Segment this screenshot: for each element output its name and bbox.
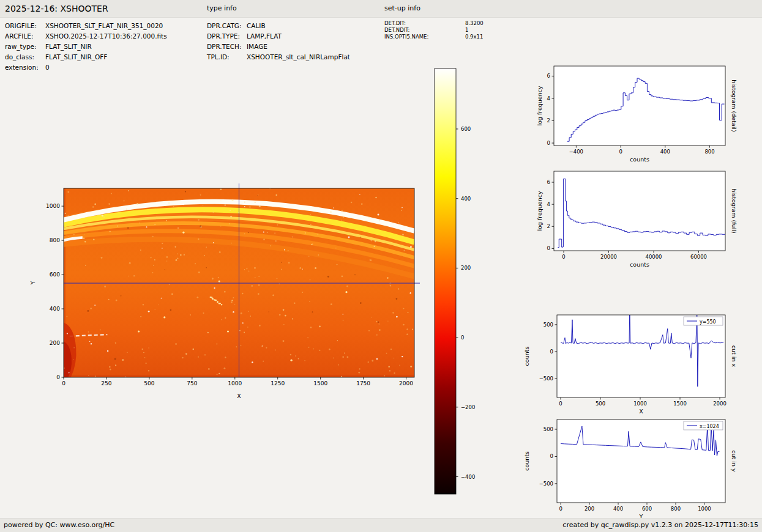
meta-label: DPR.TYPE: — [207, 31, 247, 42]
meta-label: extension: — [5, 62, 45, 73]
x-tick-label: 60000 — [690, 254, 707, 260]
y-tick-label: 0 — [56, 374, 60, 380]
meta-row: DPR.CATG:CALIB — [207, 21, 350, 31]
y-tick-label: 200 — [50, 340, 60, 346]
colorbar-tick-label: −400 — [461, 474, 475, 480]
y-tick-label: 500 — [543, 426, 553, 432]
meta-row: TPL.ID:XSHOOTER_slt_cal_NIRLampFlat — [207, 52, 350, 62]
scratch-speck — [215, 300, 216, 301]
meta-row: raw_type:FLAT_SLIT_NIR — [5, 42, 167, 52]
file-info-block: ORIGFILE:XSHOOTER_SLT_FLAT_NIR_351_0020A… — [5, 21, 167, 73]
y-tick-label: 0 — [550, 349, 553, 355]
x-tick-label: 0 — [562, 254, 565, 260]
x-axis-label: counts — [630, 261, 649, 268]
meta-value: 1 — [465, 27, 468, 34]
meta-label: ARCFILE: — [5, 31, 45, 42]
header-bar: 2025-12-16: XSHOOTER type info set-up in… — [0, 0, 762, 18]
x-tick-label: 2000 — [399, 380, 413, 386]
meta-label: do_class: — [5, 52, 45, 62]
setup-info-heading: set-up info — [384, 0, 420, 17]
x-tick-label: 800 — [704, 149, 714, 155]
meta-value: 8.3200 — [465, 20, 484, 27]
colorbar-tick-label: 600 — [461, 126, 471, 132]
x-tick-label: 1000 — [698, 506, 711, 512]
meta-value: FLAT_SLIT_NIR_OFF — [45, 52, 107, 62]
meta-value: XSHOO.2025-12-17T10:36:27.000.fits — [45, 31, 167, 42]
footer-left-text: powered by QC: www.eso.org/HC — [4, 519, 114, 532]
meta-value: XSHOOTER_SLT_FLAT_NIR_351_0020 — [45, 21, 163, 31]
x-tick-label: 1750 — [356, 380, 370, 386]
legend: y=550 — [684, 317, 723, 325]
x-tick-label: 600 — [642, 506, 652, 512]
y-tick-label: 6 — [547, 73, 550, 79]
x-tick-label: 1500 — [673, 401, 687, 407]
right-side-label: histogram (full) — [731, 188, 738, 233]
y-axis-label: counts — [523, 451, 530, 471]
meta-label: TPL.ID: — [207, 52, 247, 62]
y-tick-label: 2 — [547, 117, 550, 124]
scratch-speck — [210, 297, 211, 298]
meta-label: DPR.CATG: — [207, 21, 247, 31]
cut-y-svg: 02004006008001000−5000500Ycountscut in y… — [519, 410, 752, 530]
meta-value: LAMP,FLAT — [247, 31, 282, 42]
colorbar-svg: 6004002000−200−400 — [431, 61, 474, 501]
legend-label: y=550 — [700, 319, 716, 325]
hist-detail-svg: −40004008000246countslog frequencyhistog… — [516, 56, 752, 172]
meta-row: DET.DIT:8.3200 — [384, 20, 484, 27]
y-axis-label: log frequency — [536, 86, 543, 126]
meta-value: XSHOOTER_slt_cal_NIRLampFlat — [247, 52, 350, 62]
y-tick-label: 0 — [547, 245, 550, 251]
x-tick-label: 500 — [144, 380, 154, 386]
setup-info-block: DET.DIT:8.3200DET.NDIT:1INS.OPTI5.NAME:0… — [384, 20, 484, 40]
x-tick-label: 500 — [596, 401, 605, 407]
meta-row: DET.NDIT:1 — [384, 27, 484, 34]
y-tick-label: 4 — [547, 95, 550, 102]
meta-row: do_class:FLAT_SLIT_NIR_OFF — [5, 52, 167, 62]
x-tick-label: 0 — [619, 149, 622, 155]
meta-row: INS.OPTI5.NAME:0.9x11 — [384, 34, 484, 40]
meta-label: raw_type: — [5, 42, 45, 52]
y-tick-label: 600 — [50, 272, 60, 278]
y-axis-label: counts — [523, 347, 530, 366]
legend-label: x=1024 — [700, 424, 719, 429]
meta-row: ORIGFILE:XSHOOTER_SLT_FLAT_NIR_351_0020 — [5, 21, 167, 31]
y-tick-label: 1000 — [46, 203, 60, 209]
type-info-heading: type info — [207, 0, 237, 17]
y-tick-label: 0 — [550, 453, 553, 459]
y-tick-label: −500 — [539, 375, 553, 382]
meta-value: FLAT_SLIT_NIR — [45, 42, 92, 52]
y-tick-label: −500 — [539, 481, 553, 487]
type-info-block: DPR.CATG:CALIBDPR.TYPE:LAMP,FLATDPR.TECH… — [207, 21, 350, 62]
meta-value: 0.9x11 — [465, 34, 483, 40]
y-tick-label: 6 — [547, 179, 550, 185]
x-tick-label: 400 — [613, 506, 623, 512]
y-tick-label: 400 — [50, 306, 60, 312]
x-tick-label: 40000 — [645, 254, 662, 260]
raw-image-svg: 0250500750100012501500175020000200400600… — [26, 179, 429, 408]
meta-value: IMAGE — [247, 42, 267, 52]
x-tick-label: 1000 — [633, 401, 647, 407]
x-tick-label: 1000 — [228, 380, 242, 386]
colorbar-tick-label: 200 — [461, 265, 471, 271]
meta-row: extension:0 — [5, 62, 167, 73]
y-tick-label: 800 — [50, 237, 60, 243]
footer-bar: powered by QC: www.eso.org/HC created by… — [0, 518, 762, 532]
meta-row: DPR.TECH:IMAGE — [207, 42, 350, 52]
meta-label: DET.NDIT: — [384, 27, 465, 34]
meta-label: DET.DIT: — [384, 20, 465, 27]
meta-row: DPR.TYPE:LAMP,FLAT — [207, 31, 350, 42]
colorbar-gradient — [435, 68, 456, 494]
meta-label: ORIGFILE: — [5, 21, 45, 31]
x-tick-label: 200 — [585, 506, 594, 512]
scratch-speck — [221, 304, 222, 305]
x-axis-label: X — [237, 393, 241, 399]
x-tick-label: 800 — [671, 506, 681, 512]
x-tick-label: 400 — [660, 149, 670, 155]
x-tick-label: 2000 — [713, 401, 727, 407]
x-tick-label: 750 — [187, 380, 197, 386]
scratch-speck — [219, 303, 220, 304]
x-tick-label: 20000 — [600, 254, 617, 260]
footer-right-text: created by qc_rawdisp.py v1.2.3 on 2025-… — [562, 519, 758, 532]
meta-label: DPR.TECH: — [207, 42, 247, 52]
x-tick-label: 1500 — [313, 380, 327, 386]
